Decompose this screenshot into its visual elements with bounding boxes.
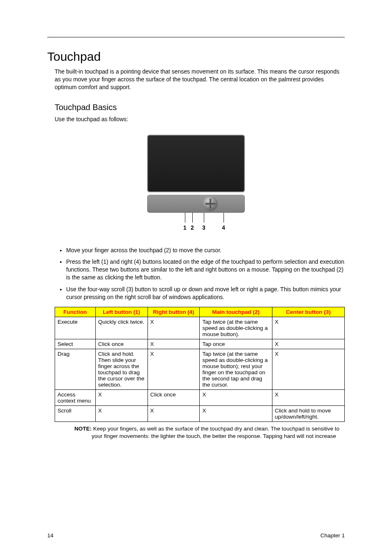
cell-right: Click once: [148, 389, 200, 405]
cell-center: X: [272, 389, 344, 405]
touchpad-button-row: [147, 195, 245, 213]
cell-right: X: [148, 405, 200, 421]
callout-label-1: 1: [183, 224, 187, 231]
table-header-row: Function Left button (1) Right button (4…: [55, 307, 345, 317]
cell-center: X: [272, 317, 344, 339]
cell-left: Click once: [95, 339, 148, 349]
touchpad-figure: 1 2 3 4: [147, 135, 245, 235]
table-row: Access context menu X Click once X X: [55, 389, 345, 405]
callout-tick-3: [204, 213, 204, 223]
header-main: Main touchpad (2): [200, 307, 272, 317]
note-paragraph: NOTE: Keep your fingers, as well as the …: [59, 425, 345, 440]
callout-tick-1: [185, 213, 185, 223]
cell-function: Select: [55, 339, 96, 349]
callout-label-3: 3: [202, 224, 205, 231]
header-center: Center button (3): [272, 307, 344, 317]
cell-main: X: [200, 405, 272, 421]
touchpad-label-row: 1 2 3 4: [147, 213, 245, 235]
cell-left: X: [95, 389, 148, 405]
page-footer: 14 Chapter 1: [47, 532, 345, 539]
section-title: Touchpad: [47, 50, 345, 64]
callout-tick-4: [224, 213, 224, 223]
note-label: NOTE:: [74, 426, 92, 432]
section-intro: The built-in touchpad is a pointing devi…: [55, 68, 345, 91]
cell-main: X: [200, 389, 272, 405]
touchpad-scroll-button-icon: [203, 196, 218, 211]
cell-center: X: [272, 339, 344, 349]
header-function: Function: [55, 307, 96, 317]
touchpad-right-button-icon: [220, 195, 245, 213]
table-row: Execute Quickly click twice. X Tap twice…: [55, 317, 345, 339]
table-row: Scroll X X X Click and hold to move up/d…: [55, 405, 345, 421]
cell-left: Quickly click twice.: [95, 317, 148, 339]
cell-function: Scroll: [55, 405, 96, 421]
cell-right: X: [148, 349, 200, 389]
cell-left: Click and hold. Then slide your finger a…: [95, 349, 148, 389]
table-row: Drag Click and hold. Then slide your fin…: [55, 349, 345, 389]
touchpad-image: [147, 135, 245, 213]
cell-function: Drag: [55, 349, 96, 389]
note-text: Keep your fingers, as well as the surfac…: [92, 426, 339, 439]
callout-label-2: 2: [191, 224, 194, 231]
bullet-item: Move your finger across the touchpad (2)…: [66, 246, 345, 254]
bullet-item: Use the four-way scroll (3) button to sc…: [66, 286, 345, 301]
table-row: Select Click once X Tap once X: [55, 339, 345, 349]
cell-left: X: [95, 405, 148, 421]
page-number: 14: [47, 532, 53, 539]
callout-label-4: 4: [222, 224, 225, 231]
cell-center: X: [272, 349, 344, 389]
cell-main: Tap twice (at the same speed as double-c…: [200, 317, 272, 339]
header-left: Left button (1): [95, 307, 148, 317]
cell-center: Click and hold to move up/down/left/righ…: [272, 405, 344, 421]
chapter-label: Chapter 1: [321, 532, 345, 539]
cell-main: Tap twice (at the same speed as double-c…: [200, 349, 272, 389]
header-right: Right button (4): [148, 307, 200, 317]
function-table: Function Left button (1) Right button (4…: [55, 307, 345, 422]
callout-tick-2: [192, 213, 193, 223]
cell-right: X: [148, 339, 200, 349]
subsection-title: Touchpad Basics: [55, 103, 345, 112]
cell-function: Execute: [55, 317, 96, 339]
subsection-lead: Use the touchpad as follows:: [55, 115, 345, 123]
bullet-item: Press the left (1) and right (4) buttons…: [66, 258, 345, 281]
touchpad-left-button-icon: [147, 195, 201, 213]
usage-bullets: Move your finger across the touchpad (2)…: [55, 246, 345, 301]
touchpad-surface-icon: [147, 135, 245, 192]
cell-function: Access context menu: [55, 389, 96, 405]
cell-right: X: [148, 317, 200, 339]
header-rule: [47, 37, 345, 37]
cell-main: Tap once: [200, 339, 272, 349]
